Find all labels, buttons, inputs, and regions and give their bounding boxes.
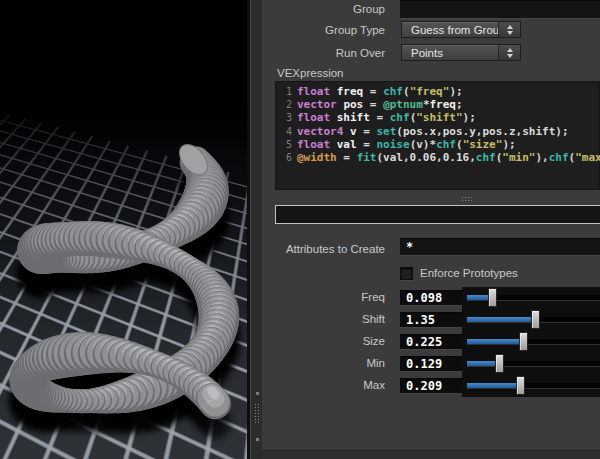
code-line[interactable]: 2vector pos = @ptnum*freq; xyxy=(275,98,600,111)
pane-divider[interactable] xyxy=(247,0,262,459)
freq-slider-track[interactable] xyxy=(467,295,600,300)
max-slider-fill xyxy=(467,383,520,388)
group-type-value: Guess from Group xyxy=(402,24,498,36)
size-slider-handle[interactable] xyxy=(519,332,528,351)
run-over-dropdown[interactable]: Points xyxy=(401,44,521,61)
vex-code-editor[interactable]: 1float freq = chf("freq");2vector pos = … xyxy=(275,81,600,190)
code-line[interactable]: 3float shift = chf("shift"); xyxy=(275,111,600,124)
max-slider-track[interactable] xyxy=(467,383,600,388)
min-slider-handle[interactable] xyxy=(495,354,504,373)
run-over-label: Run Over xyxy=(262,47,385,59)
parameters-panel: Group Group Type Guess from Group Run Ov… xyxy=(262,0,600,459)
line-number: 5 xyxy=(275,138,297,151)
code-tokens: @width = fit(val,0.06,0.16,chf("min"),ch… xyxy=(297,151,600,164)
divider-dot xyxy=(256,438,259,441)
spinner-arrows-icon[interactable] xyxy=(498,22,520,37)
enforce-prototypes-checkbox[interactable] xyxy=(400,267,413,280)
line-number: 3 xyxy=(275,111,297,124)
run-over-value: Points xyxy=(402,47,498,59)
line-number: 1 xyxy=(275,85,297,98)
viewport-3d[interactable] xyxy=(0,0,247,459)
snippet-input[interactable] xyxy=(275,205,600,224)
shift-value-field[interactable]: 1.35 xyxy=(400,312,463,327)
size-value-field[interactable]: 0.225 xyxy=(400,334,463,349)
vexpression-label: VEXpression xyxy=(277,67,343,79)
size-slider-track[interactable] xyxy=(467,339,600,344)
group-type-dropdown[interactable]: Guess from Group xyxy=(401,21,521,38)
code-line[interactable]: 6@width = fit(val,0.06,0.16,chf("min"),c… xyxy=(275,151,600,164)
size-slider-fill xyxy=(467,339,523,344)
slider-label-size: Size xyxy=(262,335,385,347)
freq-slider-handle[interactable] xyxy=(488,288,497,307)
line-number: 2 xyxy=(275,98,297,111)
code-tokens: float shift = chf("shift"); xyxy=(297,111,476,124)
max-slider-handle[interactable] xyxy=(516,376,525,395)
code-line[interactable]: 5float val = noise(v)*chf("size"); xyxy=(275,138,600,151)
houdini-wrangle-screen: Group Group Type Guess from Group Run Ov… xyxy=(0,0,600,459)
shift-slider-fill xyxy=(467,317,535,322)
max-value-field[interactable]: 0.209 xyxy=(400,378,463,393)
attributes-value: * xyxy=(406,240,413,254)
slider-label-freq: Freq xyxy=(262,291,385,303)
group-type-label: Group Type xyxy=(262,24,385,36)
freq-value-field[interactable]: 0.098 xyxy=(400,290,463,305)
code-tokens: float val = noise(v)*chf("size"); xyxy=(297,138,516,151)
group-input[interactable] xyxy=(400,0,600,18)
divider-dot xyxy=(256,392,259,395)
min-slider-track[interactable] xyxy=(467,361,600,366)
line-number: 6 xyxy=(275,151,297,164)
attributes-to-create-label: Attributes to Create xyxy=(262,243,385,255)
code-tokens: vector4 v = set(pos.x,pos.y,pos.z,shift)… xyxy=(297,125,569,138)
slider-label-min: Min xyxy=(262,357,385,369)
slider-label-shift: Shift xyxy=(262,313,385,325)
line-number: 4 xyxy=(275,125,297,138)
resize-grip-icon[interactable] xyxy=(461,196,473,203)
coiled-tube-geometry xyxy=(0,0,247,459)
shift-slider-handle[interactable] xyxy=(531,310,540,329)
code-tokens: vector pos = @ptnum*freq; xyxy=(297,98,463,111)
enforce-prototypes-label: Enforce Prototypes xyxy=(420,267,518,279)
code-line[interactable]: 4vector4 v = set(pos.x,pos.y,pos.z,shift… xyxy=(275,125,600,138)
divider-grip-icon[interactable] xyxy=(254,403,261,423)
slider-label-max: Max xyxy=(262,379,385,391)
code-tokens: float freq = chf("freq"); xyxy=(297,85,463,98)
bottom-strip xyxy=(262,450,600,459)
attributes-input[interactable]: * xyxy=(400,238,600,255)
code-line[interactable]: 1float freq = chf("freq"); xyxy=(275,85,600,98)
min-value-field[interactable]: 0.129 xyxy=(400,356,463,371)
group-label: Group xyxy=(262,3,385,15)
spinner-arrows-icon[interactable] xyxy=(498,45,520,60)
